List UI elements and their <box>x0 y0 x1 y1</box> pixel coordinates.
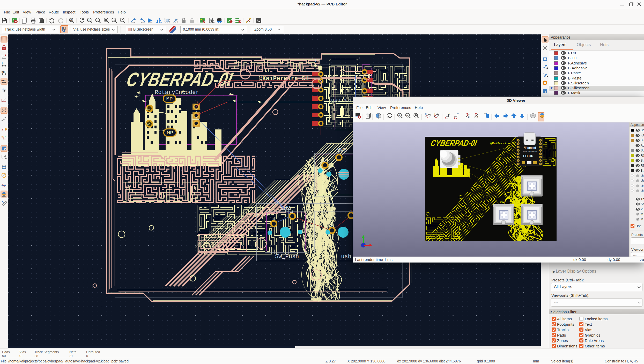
svg-text:S2: S2 <box>146 122 150 126</box>
svg-text:X: X <box>434 113 435 115</box>
svg-text:−: − <box>97 18 99 22</box>
svg-text:2: 2 <box>331 224 333 228</box>
svg-text:A: A <box>196 117 198 121</box>
svg-text:FC C€: FC C€ <box>523 154 533 158</box>
svg-text:RotaryEncoder: RotaryEncoder <box>155 89 199 96</box>
svg-text:Y: Y <box>449 113 450 115</box>
svg-text:B: B <box>196 101 197 104</box>
svg-text:S1: S1 <box>146 107 150 111</box>
svg-text:SW_Push: SW_Push <box>275 253 299 260</box>
svg-text:+: + <box>88 18 90 22</box>
svg-text:G***: G*** <box>487 187 493 190</box>
svg-text:CYBERPAD-0I: CYBERPAD-0I <box>430 138 478 148</box>
svg-text:Z: Z <box>468 116 470 118</box>
svg-text:1: 1 <box>338 151 340 155</box>
svg-text:2: 2 <box>273 218 275 221</box>
svg-text:1: 1 <box>291 210 293 214</box>
svg-text:1: 1 <box>350 209 352 213</box>
svg-text:r: r <box>3 54 4 56</box>
svg-text:MP: MP <box>167 130 173 136</box>
svg-text:A: A <box>70 18 72 21</box>
svg-text:C: C <box>196 109 197 113</box>
svg-text:−: − <box>406 113 409 117</box>
svg-text:@KaiPereira GH: @KaiPereira GH <box>490 142 515 145</box>
svg-text:SW2: SW2 <box>500 201 505 203</box>
svg-text:Model XIAO - RP2040: Model XIAO - RP2040 <box>523 151 537 152</box>
svg-text:MP: MP <box>166 96 173 102</box>
svg-text:Ψ seeed: Ψ seeed <box>524 146 536 150</box>
svg-text:+: + <box>398 113 401 117</box>
svg-text:Z: Z <box>477 116 478 118</box>
svg-text:2: 2 <box>324 159 326 163</box>
svg-text:U1: U1 <box>315 59 320 63</box>
svg-text:mm: mm <box>1 79 6 82</box>
svg-text:SW2: SW2 <box>280 205 291 212</box>
svg-text:mil: mil <box>2 70 5 73</box>
svg-text:ush: ush <box>341 253 351 260</box>
svg-text:in: in <box>2 62 4 65</box>
svg-text:X: X <box>425 113 427 115</box>
svg-text:Y: Y <box>457 113 459 115</box>
